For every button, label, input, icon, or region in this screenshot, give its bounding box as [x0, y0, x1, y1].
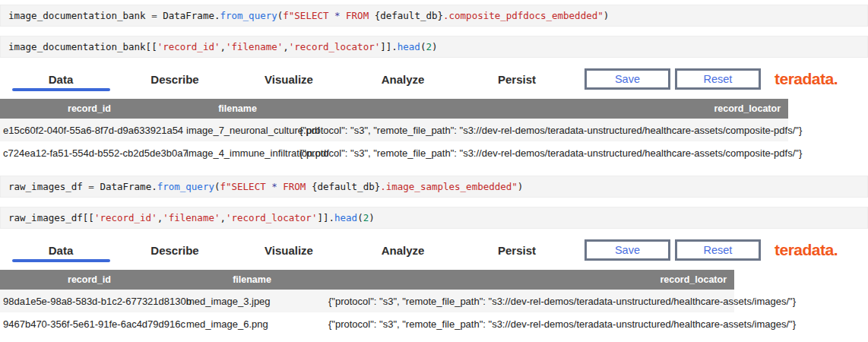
column-header-record_locator: record_locator — [325, 270, 734, 290]
tab-analyze[interactable]: Analyze — [346, 67, 460, 91]
table-cell: image_7_neuronal_culture.pdf — [179, 119, 296, 141]
code-token: DataFrame. — [100, 181, 157, 192]
code-token: 'filename' — [226, 41, 283, 52]
column-header-filename: filename — [179, 99, 296, 119]
code-token: ]]. — [380, 41, 398, 52]
code-cell-4[interactable]: raw_images_df[['record_id','filename','r… — [0, 207, 868, 229]
code-cell-2[interactable]: image_documentation_bank[['record_id','f… — [0, 36, 868, 58]
table-cell: med_image_6.png — [179, 312, 325, 335]
code-token: ) — [432, 41, 438, 52]
table-cell: image_4_immune_infiltration.pdf — [179, 141, 296, 164]
column-header-record_locator: record_locator — [296, 99, 788, 119]
table-cell: e15c60f2-040f-55a6-8f7d-d9a633921a54 — [0, 119, 179, 141]
code-token: DataFrame. — [163, 10, 220, 21]
code-token: 'record_locator' — [289, 41, 380, 52]
table-header-row: record_idfilenamerecord_locator — [0, 270, 734, 290]
code-token: 'record_id' — [157, 41, 220, 52]
code-cell-3[interactable]: raw_images_df = DataFrame.from_query(f"S… — [0, 176, 868, 198]
table-cell: {"protocol": "s3", "remote_file_path": "… — [325, 290, 734, 312]
code-token: raw_images_df — [8, 181, 88, 192]
code-token: , — [220, 212, 226, 223]
code-token: 'filename' — [163, 212, 220, 223]
code-token: 'record_id' — [94, 212, 157, 223]
tab-visualize[interactable]: Visualize — [232, 238, 346, 262]
teradata-logo: teradata. — [775, 70, 838, 88]
result-table-1: record_idfilenamerecord_locator e15c60f2… — [0, 99, 788, 164]
save-button[interactable]: Save — [584, 239, 670, 261]
code-token: = — [88, 181, 100, 192]
column-header-filename: filename — [179, 270, 325, 290]
code-token: from_query — [220, 10, 277, 21]
code-token: , — [220, 41, 226, 52]
code-token: 2 — [426, 41, 432, 52]
dataframe-widget-toolbar-1: Data Describe Visualize Analyze Persist … — [0, 67, 868, 91]
code-token: 'record_locator' — [226, 212, 317, 223]
code-token: head — [398, 41, 420, 52]
table-cell: {"protocol": "s3", "remote_file_path": "… — [325, 312, 734, 335]
code-token: ]]. — [317, 212, 334, 223]
code-token: ( — [214, 181, 220, 192]
code-token: ( — [420, 41, 426, 52]
table-row: 98da1e5e-98a8-583d-b1c2-677321d8130bmed_… — [0, 290, 734, 312]
code-token: * — [271, 181, 277, 192]
code-cell-1[interactable]: image_documentation_bank = DataFrame.fro… — [0, 5, 868, 27]
teradata-logo: teradata. — [775, 241, 838, 259]
reset-button[interactable]: Reset — [675, 68, 761, 90]
tab-visualize[interactable]: Visualize — [232, 67, 346, 91]
code-token: from_query — [157, 181, 214, 192]
column-header-record_id: record_id — [0, 99, 179, 119]
code-token: ( — [277, 10, 284, 21]
code-token: , — [157, 212, 163, 223]
code-token: = — [151, 10, 163, 21]
code-token: ) — [603, 10, 610, 21]
code-token: .image_samples_embedded" — [380, 181, 518, 192]
tab-persist[interactable]: Persist — [460, 67, 574, 91]
table-cell: 98da1e5e-98a8-583d-b1c2-677321d8130b — [0, 290, 179, 312]
dataframe-widget-toolbar-2: Data Describe Visualize Analyze Persist … — [0, 238, 868, 262]
code-token: .composite_pdfdocs_embedded" — [443, 10, 603, 21]
table-row: e15c60f2-040f-55a6-8f7d-d9a633921a54imag… — [0, 119, 788, 141]
code-token: ( — [357, 212, 363, 223]
tab-persist[interactable]: Persist — [460, 238, 574, 262]
table-cell: med_image_3.jpeg — [179, 290, 325, 312]
tab-data[interactable]: Data — [4, 67, 118, 91]
code-token: ) — [518, 181, 524, 192]
tab-data[interactable]: Data — [4, 238, 118, 262]
code-token: image_documentation_bank — [8, 10, 151, 21]
column-header-record_id: record_id — [0, 270, 179, 290]
tab-analyze[interactable]: Analyze — [346, 238, 460, 262]
code-token: 2 — [363, 212, 369, 223]
table-cell: {"protocol": "s3", "remote_file_path": "… — [296, 119, 788, 141]
code-token: f"SELECT — [220, 181, 271, 192]
table-cell: c724ea12-fa51-554d-b552-cb2d5de3b0a7 — [0, 141, 179, 164]
table-row: 9467b470-356f-5e61-91fe-6ac4d79d916cmed_… — [0, 312, 734, 335]
code-token: head — [334, 212, 357, 223]
code-token: {default_db} — [375, 10, 443, 21]
code-token: FROM — [341, 10, 375, 21]
code-token: image_documentation_bank[[ — [8, 41, 157, 52]
table-header-row: record_idfilenamerecord_locator — [0, 99, 788, 119]
save-button[interactable]: Save — [584, 68, 670, 90]
tab-describe[interactable]: Describe — [118, 67, 232, 91]
code-token: ) — [369, 212, 375, 223]
code-token: raw_images_df[[ — [8, 212, 94, 223]
table-row: c724ea12-fa51-554d-b552-cb2d5de3b0a7imag… — [0, 141, 788, 164]
reset-button[interactable]: Reset — [675, 239, 761, 261]
code-token: , — [283, 41, 289, 52]
code-token: f"SELECT — [283, 10, 334, 21]
result-table-2: record_idfilenamerecord_locator 98da1e5e… — [0, 270, 734, 335]
code-token: * — [334, 10, 341, 21]
code-token: FROM — [277, 181, 312, 192]
table-cell: {"protocol": "s3", "remote_file_path": "… — [296, 141, 788, 164]
tab-describe[interactable]: Describe — [118, 238, 232, 262]
table-cell: 9467b470-356f-5e61-91fe-6ac4d79d916c — [0, 312, 179, 335]
code-token: {default_db} — [312, 181, 380, 192]
